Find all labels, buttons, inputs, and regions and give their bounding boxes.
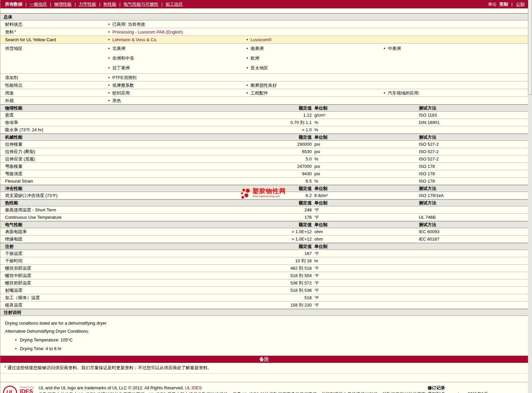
region-item: 欧洲 [242, 55, 380, 62]
column-header-unit: 单位制 [312, 221, 419, 228]
property-unit: °F [312, 250, 419, 257]
region-text: 北美洲 [112, 45, 126, 52]
scrollbar-thumb[interactable] [528, 0, 532, 95]
nav-item-processing[interactable]: 加工信息 [165, 1, 183, 7]
property-label: 拉伸模量 [0, 141, 259, 148]
unit-metric-link[interactable]: 公制 [516, 1, 525, 7]
region-text: 拉丁美洲 [112, 64, 130, 71]
nav-item-all-data[interactable]: 所有数据 [5, 1, 22, 7]
nav-item-thermal[interactable]: 热性能 [103, 1, 117, 7]
section-title: 物理性能 [0, 105, 259, 111]
row-label: 用途 [0, 89, 104, 96]
property-row: 弯曲模量 247000 psi ISO 178 [0, 163, 528, 170]
property-unit: °F [312, 206, 419, 213]
row-value: Processing - Luvocom PA6 (English) [104, 28, 242, 36]
property-value: < 1.0 [259, 126, 312, 133]
section-header-mechanical: 机械性能 额定值 单位制 测试方法 [0, 134, 528, 141]
note-text: Drying Time: 4 to 6 hr [20, 345, 62, 352]
nav-separator: | [50, 2, 51, 7]
property-test-method: ISO 178 [419, 170, 528, 177]
region-item: 非洲和中东 [104, 55, 242, 62]
resource-link[interactable]: Processing - Luvocom PA6 (English) [112, 28, 183, 36]
property-label: 弯曲强度 [0, 170, 259, 177]
property-row: 加工（熔体）温度 518 °F [0, 294, 528, 302]
nav-item-electrical-flammability[interactable]: 电气性能与可燃性 [124, 1, 158, 7]
property-label: 密度 [0, 112, 259, 119]
property-row: 简支梁缺口冲击强度 (73°F) 6.2 ft·lb/in² ISO 179/1… [0, 192, 528, 199]
regions-col3: 中美洲 [380, 45, 528, 52]
column-header-test: 测试方法 [419, 185, 528, 192]
regions-col2: 南美洲 欧洲 亚太地区 [242, 45, 380, 71]
revision-added-value: 2011年1月 [468, 391, 488, 393]
property-row: 收缩率 0.70 到 1.1 % DIN 16901 [0, 119, 528, 126]
column-header-value: 额定值 [259, 243, 312, 250]
row-appearance: 外观 黑色 [0, 97, 528, 105]
property-value: 482 到 518 [259, 265, 312, 272]
vertical-scrollbar[interactable] [528, 0, 532, 393]
property-row: 最高使用温度 - Short Term 248 °F [0, 206, 528, 214]
property-value: 158 到 230 [259, 302, 312, 309]
property-unit: °F [312, 272, 419, 279]
property-value: 518 到 536 [259, 287, 312, 294]
top-spacer [0, 8, 528, 13]
property-label: 简支梁缺口冲击强度 (73°F) [0, 192, 259, 199]
column-header-unit: 单位制 [312, 185, 419, 192]
column-header-test: 测试方法 [419, 200, 528, 206]
property-row: 弯曲强度 9430 psi ISO 178 [0, 170, 528, 178]
region-text: 欧洲 [251, 55, 259, 62]
property-row: 射嘴温度 518 到 536 °F [0, 287, 528, 294]
ul-ides-link[interactable]: UL IDES [185, 385, 202, 390]
thermal-rows: 最高使用温度 - Short Term 248 °F Continuous Us… [0, 206, 528, 221]
property-row: 螺筒前部温度 536 到 572 °F [0, 279, 528, 287]
footnote-marker: 1 [4, 365, 6, 368]
property-label: Continuous Use Temperature [0, 214, 259, 221]
supplier-link[interactable]: Lehmann & Voss & Co. [112, 36, 157, 43]
nav-item-mechanical[interactable]: 力学性能 [79, 1, 96, 7]
property-test-method: ISO 527-2 [419, 148, 528, 155]
nav-separator: | [75, 2, 76, 7]
note-bullet: Drying Temperature: 105°C [0, 337, 528, 343]
property-unit: psi [312, 163, 419, 170]
property-unit: °F [312, 214, 419, 221]
property-test-method: IEC 60093 [419, 228, 528, 235]
property-value: 6.5 [259, 178, 312, 185]
unit-imperial[interactable]: 英制 [500, 1, 508, 7]
property-label: 干燥温度 [0, 250, 259, 257]
injection-rows: 干燥温度 167 °F 干燥时间 10 到 16 hr 螺筒后部温度 482 到… [0, 250, 528, 309]
property-row: 拉伸模量 290000 psi ISO 527-2 [0, 141, 528, 148]
nav-item-general-info[interactable]: 一般信息 [29, 1, 47, 7]
revision-title: 修订记录 [428, 385, 525, 391]
row-additives: 添加剂 PTFE润滑剂 [0, 74, 528, 81]
region-item: 南美洲 [242, 45, 380, 52]
property-value: 9430 [259, 170, 312, 177]
section-header-electrical: 电气性能 额定值 单位制 测试方法 [0, 221, 528, 228]
property-row: 吸水率 (73°F, 24 hr) < 1.0 % [0, 126, 528, 134]
nav-item-physical[interactable]: 物理性能 [54, 1, 72, 7]
property-unit: °F [312, 294, 419, 301]
row-value: 已商用: 当前有效 [104, 21, 242, 28]
column-header-value: 额定值 [259, 105, 312, 111]
property-label: 收缩率 [0, 119, 259, 126]
powered-by-ides: Powered by IDES [20, 386, 34, 393]
property-value: > 1.0E+12 [259, 236, 312, 243]
property-unit: % [312, 119, 419, 126]
row-regions: 供货地区 北美洲 非洲和中东 拉丁美洲 南美洲 欧洲 亚太地区 中美洲 [0, 44, 528, 74]
property-value: 5.0 [259, 155, 312, 162]
property-label: 拉伸应力 (断裂) [0, 148, 259, 155]
property-value: 518 [259, 294, 312, 301]
property-label: 吸水率 (73°F, 24 hr) [0, 126, 259, 133]
footnote-text: 通过这些链接您能够访问供应商资料。我们尽量保证及时更新资料；不过您可以从供应商处… [7, 365, 212, 370]
use-col1: 纺织应用 [104, 89, 242, 96]
brand-link[interactable]: Luvocom® [251, 36, 272, 43]
property-unit: hr [312, 257, 419, 264]
column-header-unit: 单位制 [312, 105, 419, 111]
impact-rows: 简支梁缺口冲击强度 (73°F) 6.2 ft·lb/in² ISO 179/1… [0, 192, 528, 199]
property-value: 10 到 16 [259, 257, 312, 264]
row-uses: 用途 纺织应用 工程配件 汽车领域的应用: [0, 89, 528, 97]
revision-record: 修订记录 添加到 Prospector: 2011年1月 上次更新: 2011/… [428, 385, 525, 393]
section-title: 注射说明 [0, 310, 21, 315]
property-unit: ft·lb/in² [312, 192, 419, 199]
property-unit: psi [312, 170, 419, 177]
column-header-test: 测试方法 [419, 221, 528, 228]
region-item: 拉丁美洲 [104, 64, 242, 71]
